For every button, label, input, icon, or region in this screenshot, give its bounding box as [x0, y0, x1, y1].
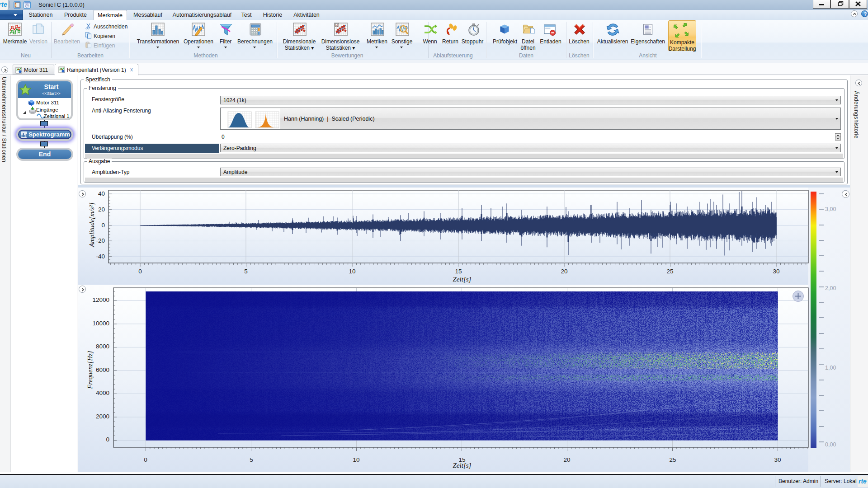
svg-text:[-]: [-] — [335, 24, 338, 27]
